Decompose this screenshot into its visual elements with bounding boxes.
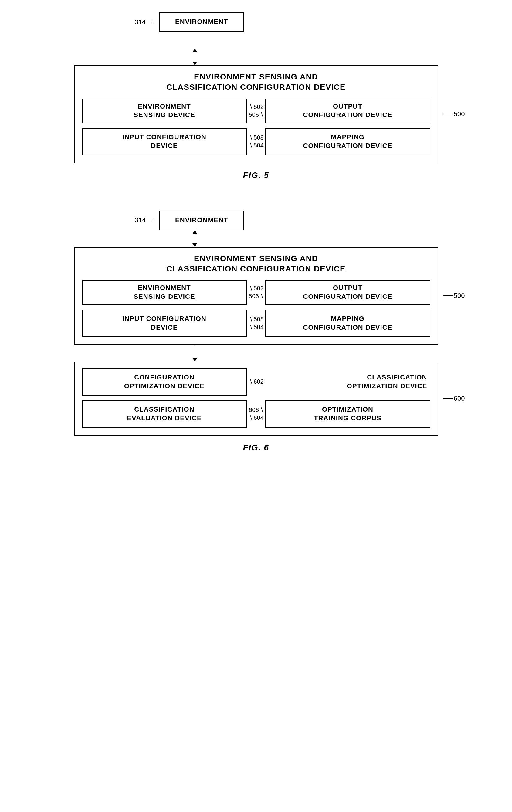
fig6-ref504: ∖504 — [249, 324, 264, 331]
fig5-mapping-config-box: MAPPINGCONFIGURATION DEVICE — [265, 128, 430, 155]
fig6-optimization-training-box: OPTIMIZATIONTRAINING CORPUS — [265, 400, 430, 428]
fig6-classification-eval-box: CLASSIFICATIONEVALUATION DEVICE — [82, 400, 247, 428]
fig6-environment-label: ENVIRONMENT — [175, 216, 228, 225]
fig6-config-optimization-box: CONFIGURATIONOPTIMIZATION DEVICE — [82, 368, 247, 396]
fig6-input-config-box: INPUT CONFIGURATIONDEVICE — [82, 310, 247, 337]
fig6-environment-box: ENVIRONMENT — [159, 210, 244, 230]
fig6-ref506: 506∖ — [249, 293, 264, 300]
fig6-optimization-training-label: OPTIMIZATIONTRAINING CORPUS — [314, 405, 381, 423]
fig6-env-ref: 314 — [135, 216, 146, 224]
fig6-env-arrow — [192, 230, 197, 247]
fig5-output-config-box: OUTPUTCONFIGURATION DEVICE — [265, 98, 430, 123]
fig5-output-config-label: OUTPUTCONFIGURATION DEVICE — [303, 102, 392, 119]
fig6-mapping-config-label: MAPPINGCONFIGURATION DEVICE — [303, 315, 392, 332]
fig5-ref504: ∖504 — [249, 142, 264, 149]
fig6-config-optimization-label: CONFIGURATIONOPTIMIZATION DEVICE — [124, 373, 205, 390]
fig6-output-config-box: OUTPUTCONFIGURATION DEVICE — [265, 280, 430, 304]
fig6-input-config-label: INPUT CONFIGURATIONDEVICE — [122, 315, 206, 332]
fig5-env-sensing-box: ENVIRONMENTSENSING DEVICE — [82, 98, 247, 123]
fig5-ref508: ∖508 — [249, 134, 264, 141]
fig5-container: 314 ← ENVIRONMENT ENVIRONMENT SENSING AN… — [74, 12, 438, 180]
fig5-ref502: ∖502 — [249, 103, 264, 110]
fig6-ref502: ∖502 — [249, 285, 264, 292]
fig6-ref602: ∖602 — [249, 378, 264, 385]
fig5-outer-ref-line — [443, 114, 453, 114]
fig5-environment-box: ENVIRONMENT — [159, 12, 244, 32]
fig6-mid-arrow — [192, 345, 197, 361]
fig6-classification-title: CLASSIFICATIONOPTIMIZATION DEVICE — [347, 373, 427, 390]
fig6-env-sensing-box: ENVIRONMENTSENSING DEVICE — [82, 280, 247, 304]
fig6-ref508: ∖508 — [249, 316, 264, 323]
fig6-env-sensing-label: ENVIRONMENTSENSING DEVICE — [134, 284, 195, 301]
fig5-caption: FIG. 5 — [243, 171, 269, 180]
fig5-input-config-box: INPUT CONFIGURATIONDEVICE — [82, 128, 247, 155]
fig6-outer-box: ENVIRONMENT SENSING AND CLASSIFICATION C… — [74, 247, 438, 345]
fig5-input-config-label: INPUT CONFIGURATIONDEVICE — [122, 133, 206, 150]
fig5-outer-ref: 500 — [454, 110, 465, 118]
fig6-ref604: ∖604 — [249, 414, 264, 422]
fig6-outer-ref-line — [443, 295, 453, 296]
fig5-outer-title: ENVIRONMENT SENSING AND CLASSIFICATION C… — [82, 72, 430, 92]
fig6-ref606: 606∖ — [249, 406, 264, 414]
fig5-mapping-config-label: MAPPINGCONFIGURATION DEVICE — [303, 133, 392, 150]
fig6-classification-ref-line — [443, 398, 453, 399]
fig5-env-arrow — [192, 49, 197, 65]
fig6-classification-outer-box: CONFIGURATIONOPTIMIZATION DEVICE ∖602 CL… — [74, 361, 438, 436]
fig6-container: 314 ← ENVIRONMENT ENVIRONMENT SENSING AN… — [74, 210, 438, 453]
fig6-caption: FIG. 6 — [243, 443, 269, 453]
fig5-ref506: 506∖ — [249, 111, 264, 118]
fig5-env-sensing-label: ENVIRONMENTSENSING DEVICE — [134, 102, 195, 119]
fig5-env-ref: 314 — [135, 18, 146, 26]
fig6-classification-eval-label: CLASSIFICATIONEVALUATION DEVICE — [127, 405, 201, 423]
fig6-mapping-config-box: MAPPINGCONFIGURATION DEVICE — [265, 310, 430, 337]
fig6-outer-ref: 500 — [454, 292, 465, 300]
fig5-environment-label: ENVIRONMENT — [175, 18, 228, 26]
fig5-outer-box: ENVIRONMENT SENSING AND CLASSIFICATION C… — [74, 65, 438, 163]
fig6-outer-title: ENVIRONMENT SENSING AND CLASSIFICATION C… — [82, 254, 430, 274]
fig6-classification-ref: 600 — [454, 395, 465, 403]
fig6-output-config-label: OUTPUTCONFIGURATION DEVICE — [303, 284, 392, 301]
